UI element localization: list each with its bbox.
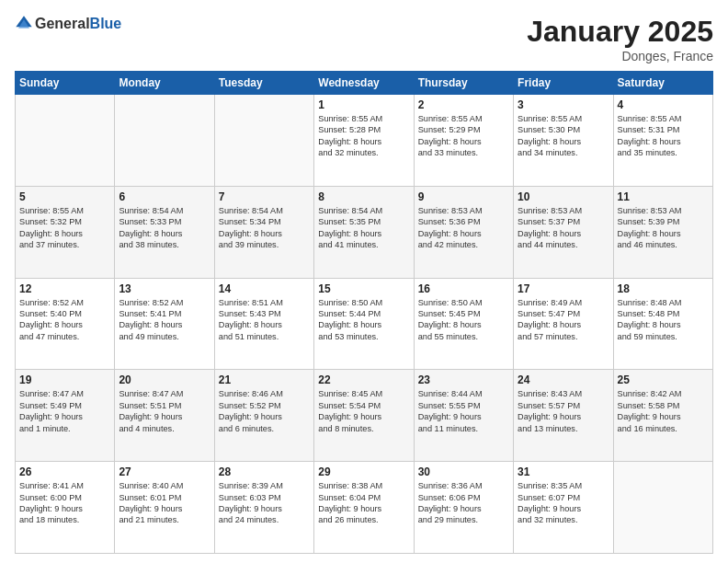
page: GeneralBlue January 2025 Donges, France … (0, 0, 728, 563)
calendar-table: SundayMondayTuesdayWednesdayThursdayFrid… (15, 71, 713, 554)
day-number: 4 (618, 98, 709, 111)
calendar-cell: 6Sunrise: 8:54 AM Sunset: 5:33 PM Daylig… (115, 186, 214, 278)
day-info: Sunrise: 8:41 AM Sunset: 6:00 PM Dayligh… (19, 480, 110, 526)
day-number: 14 (219, 282, 310, 295)
calendar-week-row: 1Sunrise: 8:55 AM Sunset: 5:28 PM Daylig… (16, 95, 713, 187)
calendar-cell: 5Sunrise: 8:55 AM Sunset: 5:32 PM Daylig… (16, 186, 115, 278)
weekday-header: Tuesday (214, 72, 313, 95)
day-info: Sunrise: 8:42 AM Sunset: 5:58 PM Dayligh… (618, 388, 709, 434)
day-info: Sunrise: 8:44 AM Sunset: 5:55 PM Dayligh… (418, 388, 509, 434)
day-number: 19 (19, 373, 110, 386)
day-info: Sunrise: 8:39 AM Sunset: 6:03 PM Dayligh… (219, 480, 310, 526)
day-number: 30 (418, 465, 509, 478)
day-info: Sunrise: 8:36 AM Sunset: 6:06 PM Dayligh… (418, 480, 509, 526)
weekday-header: Wednesday (314, 72, 414, 95)
calendar-cell: 2Sunrise: 8:55 AM Sunset: 5:29 PM Daylig… (414, 95, 513, 187)
calendar-cell: 8Sunrise: 8:54 AM Sunset: 5:35 PM Daylig… (314, 186, 414, 278)
day-number: 3 (518, 98, 609, 111)
calendar-cell: 22Sunrise: 8:45 AM Sunset: 5:54 PM Dayli… (314, 370, 414, 462)
day-number: 26 (19, 465, 110, 478)
weekday-header: Friday (514, 72, 613, 95)
day-info: Sunrise: 8:54 AM Sunset: 5:33 PM Dayligh… (119, 205, 210, 251)
calendar-cell: 29Sunrise: 8:38 AM Sunset: 6:04 PM Dayli… (314, 462, 414, 554)
day-number: 27 (119, 465, 210, 478)
day-info: Sunrise: 8:52 AM Sunset: 5:41 PM Dayligh… (119, 297, 210, 343)
day-info: Sunrise: 8:48 AM Sunset: 5:48 PM Dayligh… (618, 297, 709, 343)
location-label: Donges, France (527, 49, 713, 63)
logo-general: General (35, 16, 90, 31)
day-info: Sunrise: 8:43 AM Sunset: 5:57 PM Dayligh… (518, 388, 609, 434)
day-number: 23 (418, 373, 509, 386)
logo: GeneralBlue (15, 15, 121, 33)
calendar-cell: 16Sunrise: 8:50 AM Sunset: 5:45 PM Dayli… (414, 278, 513, 370)
day-number: 25 (618, 373, 709, 386)
day-info: Sunrise: 8:47 AM Sunset: 5:49 PM Dayligh… (19, 388, 110, 434)
day-number: 28 (219, 465, 310, 478)
day-number: 6 (119, 190, 210, 203)
calendar-cell: 10Sunrise: 8:53 AM Sunset: 5:37 PM Dayli… (514, 186, 613, 278)
day-number: 16 (418, 282, 509, 295)
day-number: 13 (119, 282, 210, 295)
weekday-header: Sunday (16, 72, 115, 95)
calendar-cell: 30Sunrise: 8:36 AM Sunset: 6:06 PM Dayli… (414, 462, 513, 554)
header: GeneralBlue January 2025 Donges, France (15, 15, 713, 63)
calendar-cell: 31Sunrise: 8:35 AM Sunset: 6:07 PM Dayli… (514, 462, 613, 554)
day-number: 9 (418, 190, 509, 203)
day-info: Sunrise: 8:55 AM Sunset: 5:30 PM Dayligh… (518, 113, 609, 159)
logo-text: GeneralBlue (35, 16, 121, 32)
calendar-cell: 14Sunrise: 8:51 AM Sunset: 5:43 PM Dayli… (214, 278, 313, 370)
day-info: Sunrise: 8:55 AM Sunset: 5:32 PM Dayligh… (19, 205, 110, 251)
title-block: January 2025 Donges, France (527, 15, 713, 63)
day-info: Sunrise: 8:51 AM Sunset: 5:43 PM Dayligh… (219, 297, 310, 343)
calendar-header-row: SundayMondayTuesdayWednesdayThursdayFrid… (16, 72, 713, 95)
calendar-cell: 7Sunrise: 8:54 AM Sunset: 5:34 PM Daylig… (214, 186, 313, 278)
calendar-cell (214, 95, 313, 187)
day-number: 22 (318, 373, 409, 386)
day-info: Sunrise: 8:38 AM Sunset: 6:04 PM Dayligh… (318, 480, 409, 526)
logo-blue: Blue (90, 16, 122, 31)
day-number: 21 (219, 373, 310, 386)
weekday-header: Thursday (414, 72, 513, 95)
day-number: 15 (318, 282, 409, 295)
calendar-week-row: 12Sunrise: 8:52 AM Sunset: 5:40 PM Dayli… (16, 278, 713, 370)
day-info: Sunrise: 8:45 AM Sunset: 5:54 PM Dayligh… (318, 388, 409, 434)
day-info: Sunrise: 8:55 AM Sunset: 5:31 PM Dayligh… (618, 113, 709, 159)
logo-icon (15, 15, 33, 33)
day-info: Sunrise: 8:54 AM Sunset: 5:35 PM Dayligh… (318, 205, 409, 251)
calendar-cell: 19Sunrise: 8:47 AM Sunset: 5:49 PM Dayli… (16, 370, 115, 462)
calendar-week-row: 26Sunrise: 8:41 AM Sunset: 6:00 PM Dayli… (16, 462, 713, 554)
calendar-cell (16, 95, 115, 187)
calendar-cell: 24Sunrise: 8:43 AM Sunset: 5:57 PM Dayli… (514, 370, 613, 462)
day-info: Sunrise: 8:50 AM Sunset: 5:44 PM Dayligh… (318, 297, 409, 343)
day-number: 1 (318, 98, 409, 111)
calendar-cell: 18Sunrise: 8:48 AM Sunset: 5:48 PM Dayli… (613, 278, 712, 370)
calendar-cell (115, 95, 214, 187)
day-number: 12 (19, 282, 110, 295)
weekday-header: Monday (115, 72, 214, 95)
calendar-cell: 12Sunrise: 8:52 AM Sunset: 5:40 PM Dayli… (16, 278, 115, 370)
calendar-cell: 15Sunrise: 8:50 AM Sunset: 5:44 PM Dayli… (314, 278, 414, 370)
day-number: 11 (618, 190, 709, 203)
day-info: Sunrise: 8:53 AM Sunset: 5:39 PM Dayligh… (618, 205, 709, 251)
day-info: Sunrise: 8:55 AM Sunset: 5:29 PM Dayligh… (418, 113, 509, 159)
day-info: Sunrise: 8:47 AM Sunset: 5:51 PM Dayligh… (119, 388, 210, 434)
day-number: 24 (518, 373, 609, 386)
calendar-cell: 1Sunrise: 8:55 AM Sunset: 5:28 PM Daylig… (314, 95, 414, 187)
day-info: Sunrise: 8:54 AM Sunset: 5:34 PM Dayligh… (219, 205, 310, 251)
calendar-cell: 21Sunrise: 8:46 AM Sunset: 5:52 PM Dayli… (214, 370, 313, 462)
calendar-week-row: 5Sunrise: 8:55 AM Sunset: 5:32 PM Daylig… (16, 186, 713, 278)
day-number: 29 (318, 465, 409, 478)
day-info: Sunrise: 8:53 AM Sunset: 5:36 PM Dayligh… (418, 205, 509, 251)
calendar-cell: 13Sunrise: 8:52 AM Sunset: 5:41 PM Dayli… (115, 278, 214, 370)
calendar-cell: 17Sunrise: 8:49 AM Sunset: 5:47 PM Dayli… (514, 278, 613, 370)
day-number: 18 (618, 282, 709, 295)
calendar-cell: 20Sunrise: 8:47 AM Sunset: 5:51 PM Dayli… (115, 370, 214, 462)
calendar-cell: 27Sunrise: 8:40 AM Sunset: 6:01 PM Dayli… (115, 462, 214, 554)
calendar-cell: 4Sunrise: 8:55 AM Sunset: 5:31 PM Daylig… (613, 95, 712, 187)
calendar-week-row: 19Sunrise: 8:47 AM Sunset: 5:49 PM Dayli… (16, 370, 713, 462)
calendar-cell: 11Sunrise: 8:53 AM Sunset: 5:39 PM Dayli… (613, 186, 712, 278)
day-info: Sunrise: 8:40 AM Sunset: 6:01 PM Dayligh… (119, 480, 210, 526)
day-number: 31 (518, 465, 609, 478)
day-info: Sunrise: 8:55 AM Sunset: 5:28 PM Dayligh… (318, 113, 409, 159)
day-number: 10 (518, 190, 609, 203)
